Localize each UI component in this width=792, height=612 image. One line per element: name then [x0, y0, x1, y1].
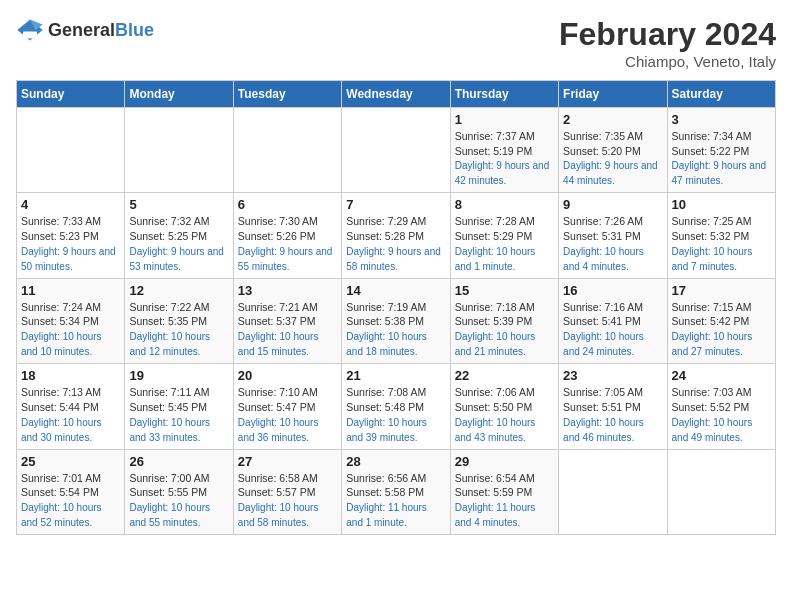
- day-number: 20: [238, 368, 337, 383]
- day-info: Sunrise: 7:10 AMSunset: 5:47 PMDaylight:…: [238, 385, 337, 444]
- day-number: 18: [21, 368, 120, 383]
- day-number: 7: [346, 197, 445, 212]
- day-info: Sunrise: 7:11 AMSunset: 5:45 PMDaylight:…: [129, 385, 228, 444]
- calendar-cell: [233, 108, 341, 193]
- col-friday: Friday: [559, 81, 667, 108]
- day-number: 21: [346, 368, 445, 383]
- day-number: 15: [455, 283, 554, 298]
- calendar-week-row: 4Sunrise: 7:33 AMSunset: 5:23 PMDaylight…: [17, 193, 776, 278]
- day-info: Sunrise: 7:00 AMSunset: 5:55 PMDaylight:…: [129, 471, 228, 530]
- day-number: 14: [346, 283, 445, 298]
- page-header: GeneralBlue February 2024 Chiampo, Venet…: [16, 16, 776, 70]
- day-info: Sunrise: 6:58 AMSunset: 5:57 PMDaylight:…: [238, 471, 337, 530]
- calendar-week-row: 11Sunrise: 7:24 AMSunset: 5:34 PMDayligh…: [17, 278, 776, 363]
- day-number: 16: [563, 283, 662, 298]
- col-thursday: Thursday: [450, 81, 558, 108]
- calendar-cell: 17Sunrise: 7:15 AMSunset: 5:42 PMDayligh…: [667, 278, 775, 363]
- calendar-cell: 23Sunrise: 7:05 AMSunset: 5:51 PMDayligh…: [559, 364, 667, 449]
- day-number: 17: [672, 283, 771, 298]
- calendar-cell: 4Sunrise: 7:33 AMSunset: 5:23 PMDaylight…: [17, 193, 125, 278]
- day-info: Sunrise: 7:35 AMSunset: 5:20 PMDaylight:…: [563, 129, 662, 188]
- calendar-cell: 14Sunrise: 7:19 AMSunset: 5:38 PMDayligh…: [342, 278, 450, 363]
- calendar-cell: 13Sunrise: 7:21 AMSunset: 5:37 PMDayligh…: [233, 278, 341, 363]
- day-number: 10: [672, 197, 771, 212]
- calendar-week-row: 18Sunrise: 7:13 AMSunset: 5:44 PMDayligh…: [17, 364, 776, 449]
- day-number: 24: [672, 368, 771, 383]
- main-title: February 2024: [559, 16, 776, 53]
- col-wednesday: Wednesday: [342, 81, 450, 108]
- day-number: 13: [238, 283, 337, 298]
- day-info: Sunrise: 7:28 AMSunset: 5:29 PMDaylight:…: [455, 214, 554, 273]
- calendar-cell: 8Sunrise: 7:28 AMSunset: 5:29 PMDaylight…: [450, 193, 558, 278]
- day-number: 3: [672, 112, 771, 127]
- calendar-cell: 25Sunrise: 7:01 AMSunset: 5:54 PMDayligh…: [17, 449, 125, 534]
- logo: GeneralBlue: [16, 16, 154, 44]
- day-number: 2: [563, 112, 662, 127]
- calendar-cell: 6Sunrise: 7:30 AMSunset: 5:26 PMDaylight…: [233, 193, 341, 278]
- day-number: 11: [21, 283, 120, 298]
- calendar-cell: 15Sunrise: 7:18 AMSunset: 5:39 PMDayligh…: [450, 278, 558, 363]
- day-number: 29: [455, 454, 554, 469]
- calendar-cell: 11Sunrise: 7:24 AMSunset: 5:34 PMDayligh…: [17, 278, 125, 363]
- day-number: 19: [129, 368, 228, 383]
- calendar-cell: 26Sunrise: 7:00 AMSunset: 5:55 PMDayligh…: [125, 449, 233, 534]
- day-info: Sunrise: 7:32 AMSunset: 5:25 PMDaylight:…: [129, 214, 228, 273]
- day-info: Sunrise: 7:22 AMSunset: 5:35 PMDaylight:…: [129, 300, 228, 359]
- calendar-cell: 1Sunrise: 7:37 AMSunset: 5:19 PMDaylight…: [450, 108, 558, 193]
- calendar-cell: [559, 449, 667, 534]
- day-number: 1: [455, 112, 554, 127]
- day-number: 12: [129, 283, 228, 298]
- day-info: Sunrise: 7:06 AMSunset: 5:50 PMDaylight:…: [455, 385, 554, 444]
- day-info: Sunrise: 7:19 AMSunset: 5:38 PMDaylight:…: [346, 300, 445, 359]
- calendar-cell: 28Sunrise: 6:56 AMSunset: 5:58 PMDayligh…: [342, 449, 450, 534]
- day-number: 23: [563, 368, 662, 383]
- day-number: 6: [238, 197, 337, 212]
- day-number: 8: [455, 197, 554, 212]
- calendar-cell: 22Sunrise: 7:06 AMSunset: 5:50 PMDayligh…: [450, 364, 558, 449]
- logo-blue: Blue: [115, 20, 154, 40]
- calendar-cell: 24Sunrise: 7:03 AMSunset: 5:52 PMDayligh…: [667, 364, 775, 449]
- title-block: February 2024 Chiampo, Veneto, Italy: [559, 16, 776, 70]
- calendar-cell: 19Sunrise: 7:11 AMSunset: 5:45 PMDayligh…: [125, 364, 233, 449]
- col-monday: Monday: [125, 81, 233, 108]
- logo-general: General: [48, 20, 115, 40]
- col-tuesday: Tuesday: [233, 81, 341, 108]
- day-number: 9: [563, 197, 662, 212]
- calendar-cell: 18Sunrise: 7:13 AMSunset: 5:44 PMDayligh…: [17, 364, 125, 449]
- calendar-cell: 9Sunrise: 7:26 AMSunset: 5:31 PMDaylight…: [559, 193, 667, 278]
- day-info: Sunrise: 7:18 AMSunset: 5:39 PMDaylight:…: [455, 300, 554, 359]
- day-info: Sunrise: 7:26 AMSunset: 5:31 PMDaylight:…: [563, 214, 662, 273]
- day-number: 4: [21, 197, 120, 212]
- calendar-week-row: 1Sunrise: 7:37 AMSunset: 5:19 PMDaylight…: [17, 108, 776, 193]
- calendar-cell: 12Sunrise: 7:22 AMSunset: 5:35 PMDayligh…: [125, 278, 233, 363]
- svg-rect-2: [23, 31, 37, 38]
- day-info: Sunrise: 7:16 AMSunset: 5:41 PMDaylight:…: [563, 300, 662, 359]
- day-number: 25: [21, 454, 120, 469]
- calendar-cell: 5Sunrise: 7:32 AMSunset: 5:25 PMDaylight…: [125, 193, 233, 278]
- calendar-header-row: Sunday Monday Tuesday Wednesday Thursday…: [17, 81, 776, 108]
- calendar-cell: [342, 108, 450, 193]
- day-info: Sunrise: 6:54 AMSunset: 5:59 PMDaylight:…: [455, 471, 554, 530]
- day-info: Sunrise: 7:05 AMSunset: 5:51 PMDaylight:…: [563, 385, 662, 444]
- day-info: Sunrise: 7:34 AMSunset: 5:22 PMDaylight:…: [672, 129, 771, 188]
- day-number: 5: [129, 197, 228, 212]
- day-info: Sunrise: 7:08 AMSunset: 5:48 PMDaylight:…: [346, 385, 445, 444]
- calendar-cell: 7Sunrise: 7:29 AMSunset: 5:28 PMDaylight…: [342, 193, 450, 278]
- logo-icon: [16, 16, 44, 44]
- calendar-cell: 20Sunrise: 7:10 AMSunset: 5:47 PMDayligh…: [233, 364, 341, 449]
- day-info: Sunrise: 6:56 AMSunset: 5:58 PMDaylight:…: [346, 471, 445, 530]
- calendar-table: Sunday Monday Tuesday Wednesday Thursday…: [16, 80, 776, 535]
- day-info: Sunrise: 7:37 AMSunset: 5:19 PMDaylight:…: [455, 129, 554, 188]
- calendar-cell: [125, 108, 233, 193]
- calendar-cell: 29Sunrise: 6:54 AMSunset: 5:59 PMDayligh…: [450, 449, 558, 534]
- day-info: Sunrise: 7:01 AMSunset: 5:54 PMDaylight:…: [21, 471, 120, 530]
- day-number: 22: [455, 368, 554, 383]
- day-info: Sunrise: 7:15 AMSunset: 5:42 PMDaylight:…: [672, 300, 771, 359]
- day-number: 27: [238, 454, 337, 469]
- calendar-cell: 2Sunrise: 7:35 AMSunset: 5:20 PMDaylight…: [559, 108, 667, 193]
- subtitle: Chiampo, Veneto, Italy: [559, 53, 776, 70]
- calendar-cell: 10Sunrise: 7:25 AMSunset: 5:32 PMDayligh…: [667, 193, 775, 278]
- day-info: Sunrise: 7:30 AMSunset: 5:26 PMDaylight:…: [238, 214, 337, 273]
- day-info: Sunrise: 7:33 AMSunset: 5:23 PMDaylight:…: [21, 214, 120, 273]
- logo-text: GeneralBlue: [48, 20, 154, 41]
